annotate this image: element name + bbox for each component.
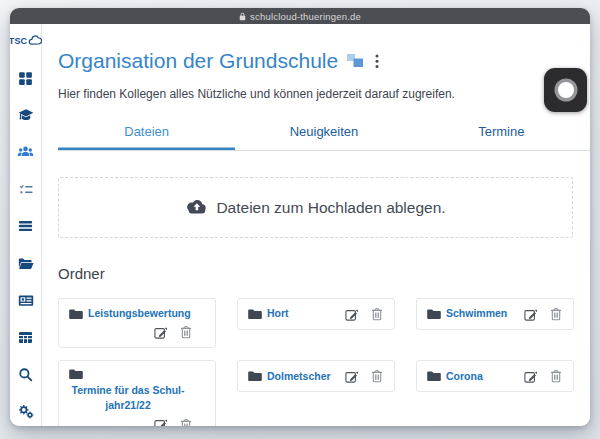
folder-card[interactable]: Leistungsbewertung <box>58 298 216 348</box>
page-title: Organisation der Grundschule <box>58 48 338 74</box>
folder-open-icon <box>18 257 34 270</box>
edit-folder-button[interactable] <box>153 325 168 340</box>
sidebar-item-search[interactable] <box>18 366 34 382</box>
lock-icon <box>239 12 246 21</box>
sidebar-item-tasks[interactable] <box>18 181 34 197</box>
folders-heading: Ordner <box>58 265 576 282</box>
tasks-icon <box>19 183 33 196</box>
edit-folder-button[interactable] <box>523 307 538 322</box>
folder-card[interactable]: Schwimmen <box>416 298 574 330</box>
folder-name-link[interactable]: Schwimmen <box>446 306 507 321</box>
sidebar-nav <box>18 70 34 419</box>
folder-card[interactable]: Hort <box>237 298 395 330</box>
sidebar-item-lists[interactable] <box>18 218 34 234</box>
tab-bar: Dateien Neuigkeiten Termine <box>58 124 590 151</box>
tab-termine[interactable]: Termine <box>413 124 590 150</box>
address-text[interactable]: schulcloud-thueringen.de <box>250 11 361 22</box>
folder-icon <box>427 370 441 382</box>
folder-icon <box>427 308 441 320</box>
cloud-upload-icon <box>185 198 207 218</box>
sidebar: TSC <box>10 24 42 426</box>
edit-folder-button[interactable] <box>153 417 168 426</box>
file-dropzone[interactable]: Dateien zum Hochladen ablegen. <box>58 177 573 238</box>
delete-folder-button[interactable] <box>370 306 384 322</box>
sidebar-item-files[interactable] <box>18 255 34 271</box>
tab-neuigkeiten[interactable]: Neuigkeiten <box>235 124 412 150</box>
sidebar-item-news[interactable] <box>18 292 34 308</box>
edit-folder-button[interactable] <box>344 369 359 384</box>
dropzone-label: Dateien zum Hochladen ablegen. <box>216 199 445 217</box>
delete-folder-button[interactable] <box>370 368 384 384</box>
kebab-menu-icon[interactable] <box>372 52 382 71</box>
grid-icon <box>18 71 33 86</box>
folder-icon <box>69 308 83 320</box>
sidebar-item-courses[interactable] <box>18 107 34 123</box>
folder-name-link[interactable]: Hort <box>267 306 289 321</box>
folder-icon <box>248 370 262 382</box>
delete-folder-button[interactable] <box>549 368 563 384</box>
delete-folder-button[interactable] <box>179 324 193 340</box>
browser-window: schulcloud-thueringen.de TSC <box>10 8 590 426</box>
record-button[interactable] <box>544 68 587 112</box>
folder-name-link[interactable]: Termine für das Schul-jahr21/22 <box>69 383 187 413</box>
folder-name-link[interactable]: Dolmetscher <box>267 369 331 384</box>
sidebar-item-settings[interactable] <box>18 403 34 419</box>
sidebar-item-teams[interactable] <box>18 144 34 160</box>
folder-name-link[interactable]: Leistungsbewertung <box>88 306 191 321</box>
calendar-grid-icon <box>18 331 33 344</box>
delete-folder-button[interactable] <box>549 306 563 322</box>
browser-titlebar: schulcloud-thueringen.de <box>10 8 590 24</box>
team-squares-icon <box>347 54 363 68</box>
sidebar-item-calendar[interactable] <box>18 329 34 345</box>
edit-folder-button[interactable] <box>344 307 359 322</box>
delete-folder-button[interactable] <box>179 417 193 426</box>
edit-folder-button[interactable] <box>523 369 538 384</box>
main-content: Organisation der Grundschule Hier finden… <box>42 24 590 426</box>
folder-grid: Leistungsbewertung Hort <box>58 298 574 426</box>
folder-name-link[interactable]: Corona <box>446 369 483 384</box>
folder-icon <box>248 308 262 320</box>
cloud-icon <box>28 32 42 50</box>
page-subtitle: Hier finden Kollegen alles Nützliche und… <box>58 87 576 101</box>
sidebar-item-dashboard[interactable] <box>18 70 34 86</box>
tsc-logo-text: TSC <box>10 36 27 46</box>
users-icon <box>17 145 34 159</box>
newspaper-icon <box>18 294 34 307</box>
record-circle-icon <box>558 82 574 98</box>
tsc-logo[interactable]: TSC <box>10 32 42 50</box>
list-bars-icon <box>18 219 33 233</box>
tab-dateien[interactable]: Dateien <box>58 124 235 150</box>
folder-icon <box>69 368 83 380</box>
folder-card[interactable]: Corona <box>416 360 574 392</box>
gears-icon <box>18 404 34 419</box>
graduation-cap-icon <box>18 108 34 122</box>
folder-card[interactable]: Termine für das Schul-jahr21/22 <box>58 360 216 426</box>
folder-card[interactable]: Dolmetscher <box>237 360 395 392</box>
search-icon <box>18 367 33 382</box>
